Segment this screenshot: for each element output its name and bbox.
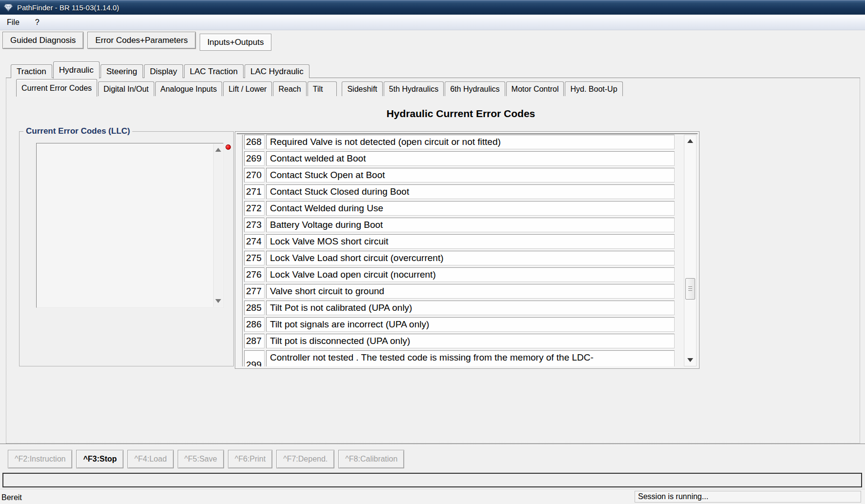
primary-tab[interactable]: Steering bbox=[101, 64, 143, 78]
primary-tab-label: LAC Hydraulic bbox=[250, 67, 304, 77]
error-description: Tilt pot signals are incorrect (UPA only… bbox=[270, 319, 429, 330]
menu-file[interactable]: File bbox=[5, 17, 21, 28]
error-description: Required Valve is not detected (open cir… bbox=[270, 137, 501, 147]
function-key-button[interactable]: ^F5:Save bbox=[178, 450, 224, 468]
function-key-button[interactable]: ^F7:Depend. bbox=[276, 450, 334, 468]
error-table-row[interactable]: 287 Tilt pot is disconnected (UPA only) bbox=[244, 334, 675, 348]
error-description: Lock Valve MOS short circuit bbox=[270, 236, 389, 247]
function-key-button[interactable]: ^F3:Stop bbox=[76, 450, 124, 468]
toolbar-view-button[interactable]: Inputs+Outputs bbox=[200, 34, 272, 51]
scroll-up-icon[interactable] bbox=[215, 148, 221, 152]
primary-tab-label: Hydraulic bbox=[59, 65, 94, 75]
red-status-dot-icon bbox=[226, 144, 231, 150]
error-table-row[interactable]: 274 Lock Valve MOS short circuit bbox=[244, 234, 675, 249]
error-table-row[interactable]: 268 Required Valve is not detected (open… bbox=[244, 135, 675, 149]
secondary-tab[interactable]: Lift / Lower bbox=[223, 81, 272, 96]
secondary-tab-label: Current Error Codes bbox=[21, 84, 92, 93]
error-code-cell: 285 bbox=[244, 301, 265, 315]
scroll-down-icon[interactable] bbox=[215, 299, 221, 303]
secondary-tab[interactable]: Motor Control bbox=[506, 81, 564, 96]
secondary-tab[interactable]: Tilt bbox=[308, 81, 337, 96]
secondary-tab[interactable]: Digital In/Out bbox=[98, 81, 154, 96]
primary-tab[interactable]: LAC Traction bbox=[184, 64, 244, 78]
primary-tab[interactable]: LAC Hydraulic bbox=[245, 64, 309, 78]
secondary-tab[interactable]: 5th Hydraulics bbox=[384, 81, 444, 96]
error-code-cell: 268 bbox=[244, 135, 265, 149]
menu-help[interactable]: ? bbox=[33, 17, 41, 28]
error-description: Valve short circuit to ground bbox=[270, 286, 384, 297]
error-code: 270 bbox=[246, 170, 262, 181]
scroll-up-icon[interactable] bbox=[687, 139, 693, 143]
function-key-button-label: ^F2:Instruction bbox=[15, 455, 65, 464]
primary-tab-strip: TractionHydraulicSteeringDisplayLAC Trac… bbox=[6, 61, 860, 78]
table-scrollbar[interactable] bbox=[684, 135, 697, 366]
error-description: Battery Voltage during Boot bbox=[270, 220, 383, 230]
function-key-toolbar: ^F2:Instruction^F3:Stop^F4:Load^F5:Save^… bbox=[8, 450, 404, 468]
function-key-button[interactable]: ^F6:Print bbox=[228, 450, 273, 468]
error-description: Contact Stuck Open at Boot bbox=[270, 170, 385, 181]
groupbox-label: Current Error Codes (LLC) bbox=[23, 126, 132, 136]
primary-tab[interactable]: Hydraulic bbox=[53, 61, 100, 79]
secondary-tab-label: Digital In/Out bbox=[103, 85, 148, 94]
title-bar[interactable]: PathFinder - BR 115-03(1.14.0) bbox=[0, 0, 865, 15]
error-table-row[interactable]: 285 Tilt Pot is not calibrated (UPA only… bbox=[244, 301, 675, 315]
primary-tab[interactable]: Traction bbox=[11, 64, 52, 78]
error-table-row[interactable]: 272 Contact Welded during Use bbox=[244, 201, 675, 216]
error-description: Lock Valve Load open circuit (nocurrent) bbox=[270, 269, 436, 280]
status-text: Bereit bbox=[1, 493, 22, 502]
error-description-cell: Battery Voltage during Boot bbox=[266, 218, 675, 232]
view-toolbar: Guided DiagnosisError Codes+ParametersIn… bbox=[0, 31, 865, 52]
error-code-cell: 275 bbox=[244, 251, 265, 265]
error-code: 272 bbox=[246, 203, 262, 214]
listbox-scrollbar[interactable] bbox=[213, 144, 223, 307]
tab-page-frame: Current Error CodesDigital In/OutAnalogu… bbox=[6, 78, 860, 444]
function-key-button[interactable]: ^F8:Calibration bbox=[338, 450, 404, 468]
page-title: Hydraulic Current Error Codes bbox=[235, 108, 687, 120]
error-table-row[interactable]: 273 Battery Voltage during Boot bbox=[244, 218, 675, 232]
secondary-tab[interactable]: Hyd. Boot-Up bbox=[565, 81, 622, 96]
toolbar-view-button-label: Inputs+Outputs bbox=[207, 38, 264, 47]
error-description-cell: Tilt Pot is not calibrated (UPA only) bbox=[266, 301, 675, 315]
secondary-tab-label: Hyd. Boot-Up bbox=[570, 85, 617, 94]
secondary-tab-label: Analogue Inputs bbox=[161, 85, 217, 94]
secondary-tab[interactable]: Sideshift bbox=[342, 81, 382, 96]
toolbar-view-button[interactable]: Guided Diagnosis bbox=[2, 32, 83, 49]
scrollbar-thumb[interactable] bbox=[685, 278, 695, 300]
error-description: Contact Welded during Use bbox=[270, 203, 383, 214]
app-gem-icon bbox=[3, 3, 13, 12]
error-table-row[interactable]: 269 Contact welded at Boot bbox=[244, 151, 675, 166]
function-key-button[interactable]: ^F4:Load bbox=[127, 450, 173, 468]
secondary-tab[interactable]: 6th Hydraulics bbox=[445, 81, 505, 96]
error-table-row[interactable]: 270 Contact Stuck Open at Boot bbox=[244, 168, 675, 182]
secondary-tab-label: 5th Hydraulics bbox=[389, 85, 438, 94]
error-code: 275 bbox=[246, 253, 262, 263]
primary-tab[interactable]: Display bbox=[144, 64, 183, 78]
function-key-button[interactable]: ^F2:Instruction bbox=[8, 450, 72, 468]
error-code-cell: 277 bbox=[244, 284, 265, 299]
error-table-row[interactable]: 271 Contact Stuck Closed during Boot bbox=[244, 184, 675, 199]
error-code-cell: 286 bbox=[244, 317, 265, 332]
error-description-cell: Valve short circuit to ground bbox=[266, 284, 675, 299]
secondary-tab-strip: Current Error CodesDigital In/OutAnalogu… bbox=[6, 78, 860, 96]
error-description: Contact Stuck Closed during Boot bbox=[270, 186, 409, 197]
toolbar-view-button[interactable]: Error Codes+Parameters bbox=[87, 32, 195, 49]
llc-error-codes-listbox[interactable] bbox=[36, 143, 224, 308]
error-table-row[interactable]: 276 Lock Valve Load open circuit (nocurr… bbox=[244, 267, 675, 282]
error-description: Controller not tested . The tested code … bbox=[270, 352, 594, 363]
secondary-tab[interactable]: Reach bbox=[273, 81, 306, 96]
secondary-tab[interactable]: Analogue Inputs bbox=[155, 81, 223, 96]
error-table-row[interactable]: 275 Lock Valve Load short circuit (overc… bbox=[244, 251, 675, 265]
error-table-row[interactable]: 286 Tilt pot signals are incorrect (UPA … bbox=[244, 317, 675, 332]
error-table-row[interactable]: 299 Controller not tested . The tested c… bbox=[244, 350, 675, 366]
error-table-row[interactable]: 277 Valve short circuit to ground bbox=[244, 284, 675, 299]
secondary-tab-label: 6th Hydraulics bbox=[450, 85, 499, 94]
error-code: 274 bbox=[246, 236, 262, 247]
app-window: PathFinder - BR 115-03(1.14.0) File ? Gu… bbox=[0, 0, 865, 504]
menu-bar: File ? bbox=[0, 15, 865, 30]
error-code-cell: 273 bbox=[244, 218, 265, 232]
error-code-cell: 276 bbox=[244, 267, 265, 282]
function-key-button-label: ^F6:Print bbox=[235, 455, 266, 464]
secondary-tab[interactable]: Current Error Codes bbox=[16, 79, 97, 97]
secondary-tab-label: Motor Control bbox=[512, 85, 559, 94]
scroll-down-icon[interactable] bbox=[687, 358, 693, 362]
